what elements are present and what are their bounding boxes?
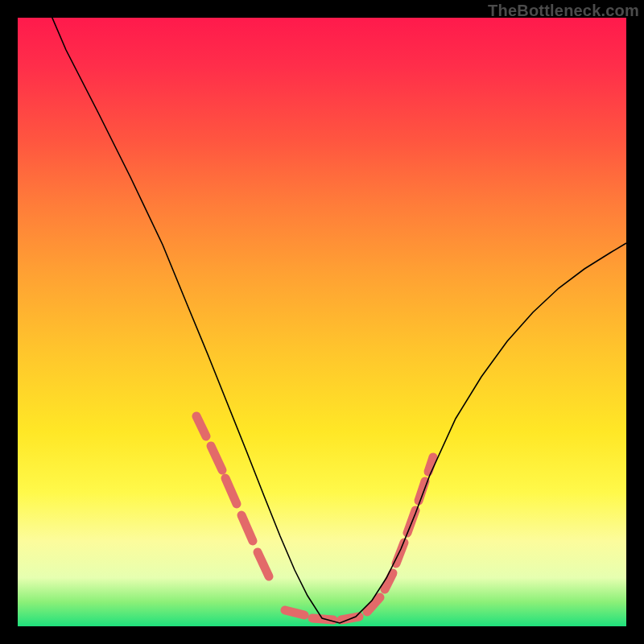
watermark-text: TheBottleneck.com	[488, 2, 639, 20]
marker-left-5	[258, 552, 269, 576]
marker-group	[196, 416, 433, 620]
curve-svg	[18, 18, 626, 626]
chart-frame: TheBottleneck.com	[0, 0, 644, 644]
main-curve	[42, 18, 626, 623]
marker-left-3	[225, 478, 237, 504]
marker-right-1	[367, 597, 380, 612]
marker-left-2	[211, 446, 222, 470]
plot-area	[18, 18, 626, 626]
marker-bottom-1	[285, 610, 304, 615]
marker-left-4	[242, 515, 253, 541]
marker-right-2	[385, 573, 393, 589]
marker-left-1	[196, 416, 206, 436]
